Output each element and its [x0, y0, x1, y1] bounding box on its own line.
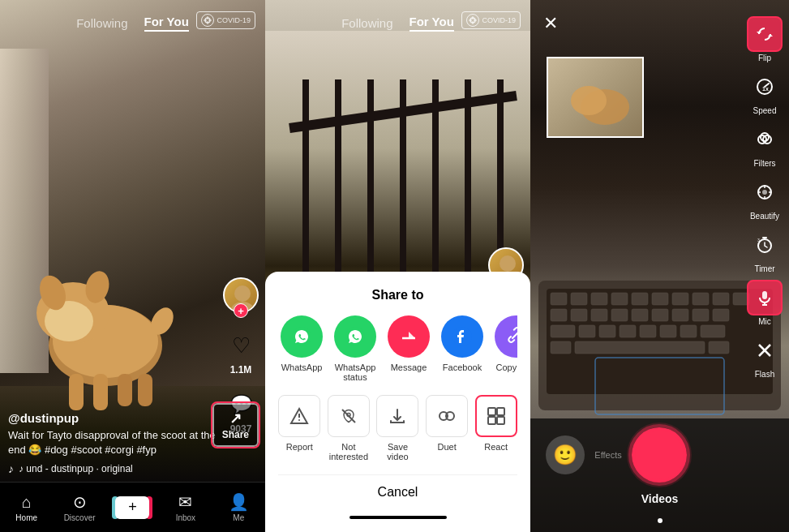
- create-nav-1[interactable]: +: [112, 496, 152, 519]
- svg-text:1x: 1x: [762, 86, 769, 92]
- preview-content: [548, 58, 644, 138]
- emoji-button[interactable]: 🙂: [546, 435, 585, 474]
- flash-label: Flash: [755, 370, 774, 379]
- mic-tool[interactable]: Mic: [747, 280, 783, 326]
- like-button-1[interactable]: ♡ 1.1M: [225, 329, 257, 375]
- copy-link-icon: [495, 315, 517, 358]
- top-nav-1: Following For You COVID-19: [0, 0, 265, 45]
- share-copy-link[interactable]: Copy Link: [492, 315, 517, 382]
- panel-3-camera: ✕ Flip 1x Speed: [530, 0, 789, 532]
- like-count-1: 1.1M: [230, 364, 252, 375]
- music-row-1[interactable]: ♪ ♪ und - dustinpup · original: [8, 462, 217, 475]
- home-nav-1[interactable]: ⌂ Home: [6, 493, 47, 522]
- me-icon: 👤: [229, 492, 249, 512]
- svg-point-94: [571, 86, 607, 115]
- report-label: Report: [286, 442, 313, 452]
- speed-icon: 1x: [747, 69, 783, 105]
- inbox-nav-1[interactable]: ✉ Inbox: [165, 492, 206, 522]
- effects-placeholder: Effects: [589, 435, 628, 474]
- speed-label: Speed: [753, 106, 777, 115]
- share-not-interested[interactable]: Not interested: [328, 395, 371, 461]
- home-icon: ⌂: [22, 493, 32, 512]
- caption-1: Wait for Tayto disapproval of the scoot …: [8, 428, 217, 457]
- svg-rect-10: [138, 374, 152, 406]
- avatar-wrap-1[interactable]: +: [223, 277, 259, 313]
- svg-point-51: [298, 419, 300, 421]
- whatsapp-label: WhatsApp: [281, 363, 323, 372]
- close-button[interactable]: ✕: [543, 13, 558, 34]
- duet-label: Duet: [437, 442, 456, 452]
- following-tab-1[interactable]: Following: [76, 16, 127, 30]
- svg-rect-8: [93, 374, 108, 410]
- svg-rect-74: [611, 309, 628, 321]
- panel-2: Following For You COVID-19 + ♡ 1.1M Shar…: [265, 0, 530, 532]
- svg-rect-79: [713, 309, 729, 321]
- share-react[interactable]: React: [474, 395, 517, 461]
- discover-nav-1[interactable]: ⊙ Discover: [59, 492, 100, 522]
- cancel-button[interactable]: Cancel: [278, 474, 517, 509]
- covid-icon-1: [201, 14, 214, 27]
- heart-icon-1: ♡: [225, 329, 257, 362]
- for-you-tab-2[interactable]: For You: [410, 15, 454, 32]
- username-1[interactable]: @dustinpup: [8, 411, 217, 425]
- smiley-icon: 🙂: [553, 444, 577, 466]
- whatsapp-status-icon: [334, 315, 376, 358]
- record-button[interactable]: [632, 427, 687, 483]
- panel-1: Following For You COVID-19 + ♡ 1.1M 💬 90…: [0, 0, 265, 532]
- share-modal: Share to WhatsApp WhatsApp status Messag…: [265, 272, 530, 532]
- svg-rect-84: [640, 325, 656, 337]
- share-report[interactable]: Report: [278, 395, 321, 461]
- flash-tool[interactable]: Flash: [747, 332, 783, 379]
- covid-badge-1[interactable]: COVID-19: [196, 11, 255, 29]
- share-button-1[interactable]: ↗ Share: [212, 403, 259, 447]
- beautify-tool[interactable]: Beautify: [747, 174, 783, 221]
- save-video-icon: [376, 395, 418, 437]
- effects-text: Effects: [594, 450, 621, 460]
- share-whatsapp[interactable]: WhatsApp: [278, 315, 325, 382]
- svg-rect-67: [672, 293, 688, 305]
- svg-rect-75: [632, 309, 648, 321]
- timer-tool[interactable]: 3 Timer: [747, 227, 783, 273]
- share-whatsapp-status[interactable]: WhatsApp status: [332, 315, 379, 382]
- svg-rect-63: [591, 293, 607, 305]
- share-save-video[interactable]: Save video: [376, 395, 419, 461]
- for-you-tab-1[interactable]: For You: [144, 15, 189, 32]
- svg-rect-71: [551, 309, 567, 321]
- covid-badge-2[interactable]: COVID-19: [461, 11, 521, 29]
- svg-rect-69: [713, 293, 729, 305]
- facebook-icon: [441, 315, 483, 358]
- svg-rect-55: [488, 408, 495, 415]
- flip-icon: [747, 16, 783, 52]
- whatsapp-status-label: WhatsApp status: [332, 363, 379, 382]
- filters-label: Filters: [753, 159, 775, 168]
- svg-rect-89: [575, 341, 705, 354]
- top-nav-2: Following For You COVID-19: [265, 0, 530, 45]
- timer-label: Timer: [754, 264, 774, 273]
- music-text-1: ♪ und - dustinpup · original: [19, 463, 133, 474]
- share-duet[interactable]: Duet: [426, 395, 469, 461]
- filters-tool[interactable]: Filters: [747, 122, 783, 168]
- speed-tool[interactable]: 1x Speed: [747, 69, 783, 115]
- react-label: React: [484, 442, 508, 452]
- share-facebook[interactable]: Facebook: [439, 315, 486, 382]
- me-nav-1[interactable]: 👤 Me: [218, 492, 259, 522]
- svg-rect-87: [701, 325, 725, 337]
- svg-rect-88: [551, 341, 571, 354]
- following-tab-2[interactable]: Following: [341, 16, 392, 30]
- mic-icon: [747, 280, 783, 315]
- timer-icon: 3: [747, 227, 783, 263]
- svg-rect-90: [709, 341, 729, 354]
- bottom-info-1: @dustinpup Wait for Tayto disapproval of…: [8, 411, 217, 475]
- share-arrow-icon: ↗: [229, 410, 242, 427]
- svg-rect-66: [652, 293, 668, 305]
- svg-rect-104: [762, 291, 767, 299]
- flip-tool[interactable]: Flip: [747, 16, 783, 62]
- report-icon: [278, 395, 320, 437]
- svg-rect-65: [632, 293, 648, 305]
- follow-plus-1[interactable]: +: [234, 303, 248, 318]
- me-label: Me: [233, 513, 244, 522]
- svg-rect-78: [693, 309, 709, 321]
- create-button-1[interactable]: +: [115, 496, 149, 519]
- share-message[interactable]: Message: [385, 315, 432, 382]
- svg-rect-7: [69, 374, 84, 410]
